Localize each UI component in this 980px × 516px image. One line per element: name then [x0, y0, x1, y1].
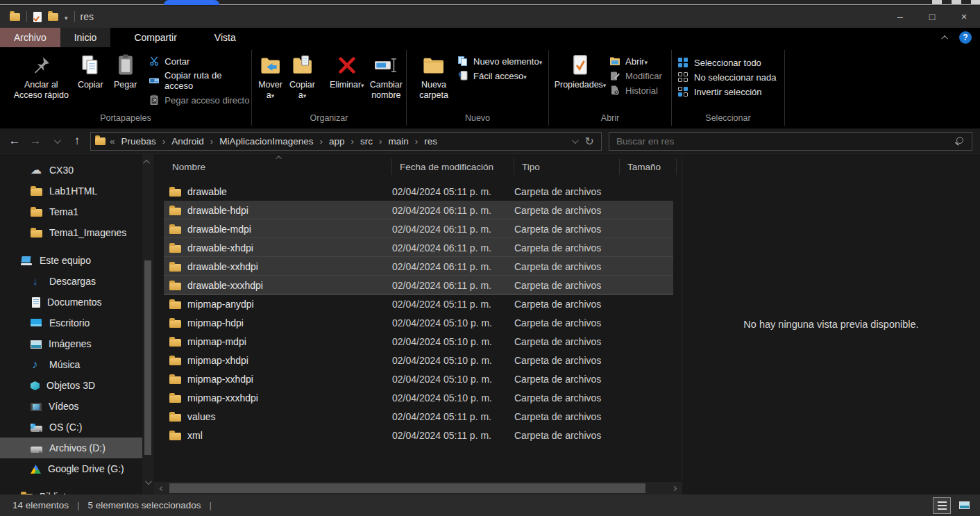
paste-button[interactable]: Pegar — [108, 51, 142, 92]
easy-access-button[interactable]: Fácil acceso — [457, 70, 542, 81]
copy-icon — [80, 53, 101, 78]
tab-archivo[interactable]: Archivo — [0, 28, 60, 47]
scroll-up-icon[interactable] — [143, 160, 150, 167]
maximize-button[interactable]: □ — [916, 6, 948, 28]
refresh-icon[interactable]: ↻ — [585, 135, 594, 148]
sidebar-item-cx30[interactable]: CX30 — [0, 160, 142, 181]
sidebar-item-im-genes[interactable]: Imágenes — [0, 333, 142, 354]
new-item-button[interactable]: Nuevo elemento — [457, 56, 542, 67]
invert-selection-button[interactable]: Invertir selección — [677, 86, 777, 97]
sidebar-item-escritorio[interactable]: Escritorio — [0, 313, 142, 333]
column-header-tamano[interactable]: Tamaño — [620, 158, 677, 175]
history-button[interactable]: Historial — [609, 85, 662, 96]
collapse-ribbon-icon[interactable] — [941, 35, 948, 42]
address-dropdown-icon[interactable] — [572, 137, 579, 144]
file-row-drawable-xhdpi[interactable]: drawable-xhdpi02/04/2024 06:11 p. m.Carp… — [164, 238, 673, 257]
new-folder-button[interactable]: Nueva carpeta — [414, 51, 454, 102]
sidebar-item-tema1[interactable]: Tema1 — [0, 201, 142, 222]
forward-icon[interactable]: → — [25, 134, 46, 148]
breadcrumb-item-android[interactable]: Android — [167, 136, 209, 147]
sidebar-item-google-drive-g[interactable]: Google Drive (G:) — [0, 458, 142, 479]
sidebar-item-tema1-imagenes[interactable]: Tema1_Imagenes — [0, 222, 142, 243]
copy-path-button[interactable]: Copiar ruta de acceso — [148, 70, 251, 91]
properties-button[interactable]: Propiedades — [553, 51, 607, 92]
sidebar-scrollbar[interactable] — [142, 154, 154, 494]
select-none-label: No seleccionar nada — [694, 72, 777, 83]
horizontal-scrollbar[interactable] — [154, 482, 682, 494]
column-header-fecha[interactable]: Fecha de modificación — [392, 158, 514, 175]
recent-locations-icon[interactable] — [46, 139, 67, 144]
sidebar-item-lab1html[interactable]: Lab1HTML — [0, 181, 142, 201]
sidebar-item-m-sica[interactable]: Música — [0, 354, 142, 375]
new-folder-quick-icon[interactable] — [48, 13, 58, 21]
copy-to-button[interactable]: Copiar a — [286, 51, 319, 102]
file-row-mipmap-hdpi[interactable]: mipmap-hdpi02/04/2024 05:10 p. m.Carpeta… — [164, 313, 673, 332]
file-row-xml[interactable]: xml02/04/2024 05:11 p. m.Carpeta de arch… — [164, 426, 673, 444]
open-button[interactable]: Abrir — [609, 56, 662, 67]
file-row-mipmap-anydpi[interactable]: mipmap-anydpi02/04/2024 05:11 p. m.Carpe… — [164, 294, 673, 313]
file-row-mipmap-xxxhdpi[interactable]: mipmap-xxxhdpi02/04/2024 05:10 p. m.Carp… — [164, 388, 673, 407]
sidebar-item-v-deos[interactable]: Vídeos — [0, 396, 142, 417]
breadcrumb-item-pruebas[interactable]: Pruebas — [117, 136, 161, 147]
music-icon — [31, 360, 42, 370]
file-row-drawable-xxhdpi[interactable]: drawable-xxhdpi02/04/2024 06:11 p. m.Car… — [164, 257, 673, 276]
sidebar-item-os-c[interactable]: OS (C:) — [0, 417, 142, 438]
edit-button[interactable]: Modificar — [609, 70, 662, 81]
close-button[interactable]: × — [948, 6, 980, 28]
breadcrumb-item-src[interactable]: src — [355, 136, 378, 147]
sidebar-item-archivos-d[interactable]: Archivos (D:) — [0, 438, 142, 458]
sidebar-item-descargas[interactable]: Descargas — [0, 271, 142, 292]
select-none-button[interactable]: No seleccionar nada — [677, 72, 777, 83]
sidebar-item-documentos[interactable]: Documentos — [0, 292, 142, 313]
sidebar-item-este-equipo[interactable]: Este equipo — [0, 250, 142, 271]
delete-button[interactable]: Eliminar — [328, 51, 366, 92]
quick-access-dropdown-icon[interactable] — [65, 10, 68, 23]
tab-compartir[interactable]: Compartir — [120, 28, 190, 47]
file-row-mipmap-mdpi[interactable]: mipmap-mdpi02/04/2024 05:10 p. m.Carpeta… — [164, 332, 673, 351]
breadcrumb-item-app[interactable]: app — [324, 136, 350, 147]
scrollbar-thumb[interactable] — [144, 260, 151, 455]
cut-button[interactable]: Cortar — [148, 56, 251, 67]
file-row-mipmap-xhdpi[interactable]: mipmap-xhdpi02/04/2024 05:10 p. m.Carpet… — [164, 351, 673, 369]
paste-shortcut-button[interactable]: Pegar acceso directo — [148, 94, 251, 106]
select-none-icon — [677, 72, 689, 83]
file-row-drawable-hdpi[interactable]: drawable-hdpi02/04/2024 06:11 p. m.Carpe… — [164, 201, 673, 219]
minimize-button[interactable]: – — [884, 6, 916, 28]
column-header-nombre[interactable]: Nombre — [154, 158, 392, 175]
rename-button[interactable]: Cambiar nombre — [366, 51, 406, 102]
file-row-drawable-xxxhdpi[interactable]: drawable-xxxhdpi02/04/2024 06:11 p. m.Ca… — [164, 276, 673, 294]
tab-inicio[interactable]: Inicio — [60, 28, 111, 47]
file-row-drawable[interactable]: drawable02/04/2024 05:11 p. m.Carpeta de… — [164, 182, 673, 201]
search-input[interactable] — [616, 136, 955, 147]
file-row-values[interactable]: values02/04/2024 05:11 p. m.Carpeta de a… — [164, 407, 673, 426]
address-bar[interactable]: « Pruebas›Android›MiAplicacionImagenes›a… — [90, 132, 602, 151]
breadcrumb-item-res[interactable]: res — [419, 136, 442, 147]
search-icon[interactable] — [955, 136, 965, 146]
properties-quick-icon[interactable] — [33, 12, 42, 22]
tab-vista[interactable]: Vista — [201, 28, 250, 47]
explorer-folder-icon[interactable] — [10, 13, 20, 21]
copy-button[interactable]: Copiar — [73, 51, 108, 92]
breadcrumb-item-main[interactable]: main — [383, 136, 413, 147]
file-row-mipmap-xxhdpi[interactable]: mipmap-xxhdpi02/04/2024 05:10 p. m.Carpe… — [164, 369, 673, 388]
up-icon[interactable]: ↑ — [67, 134, 87, 148]
sidebar-item-bibliotecas[interactable]: Bibliotecas — [0, 486, 142, 494]
hscrollbar-thumb[interactable] — [169, 483, 645, 493]
edit-icon — [609, 70, 620, 81]
scroll-right-icon[interactable] — [666, 482, 682, 494]
scroll-down-icon[interactable] — [145, 478, 152, 485]
pin-to-quick-access-button[interactable]: Anclar al Acceso rápido — [10, 51, 73, 102]
breadcrumb-item-miaplicacionimagenes[interactable]: MiAplicacionImagenes — [214, 136, 318, 147]
move-to-button[interactable]: Mover a — [255, 51, 286, 102]
back-icon[interactable]: ← — [4, 134, 25, 148]
file-row-drawable-mdpi[interactable]: drawable-mdpi02/04/2024 06:11 p. m.Carpe… — [164, 219, 673, 238]
thumbnails-view-button[interactable] — [955, 497, 973, 514]
details-view-button[interactable] — [933, 497, 951, 514]
selected-count: 5 elementos seleccionados — [88, 500, 201, 510]
column-header-tipo[interactable]: Tipo — [514, 158, 620, 175]
select-all-button[interactable]: Seleccionar todo — [677, 57, 777, 68]
file-list-rows: drawable02/04/2024 05:11 p. m.Carpeta de… — [154, 179, 682, 494]
sidebar-item-objetos-3d[interactable]: Objetos 3D — [0, 375, 142, 396]
scroll-left-icon[interactable] — [154, 482, 169, 494]
help-icon[interactable]: ? — [959, 31, 972, 44]
